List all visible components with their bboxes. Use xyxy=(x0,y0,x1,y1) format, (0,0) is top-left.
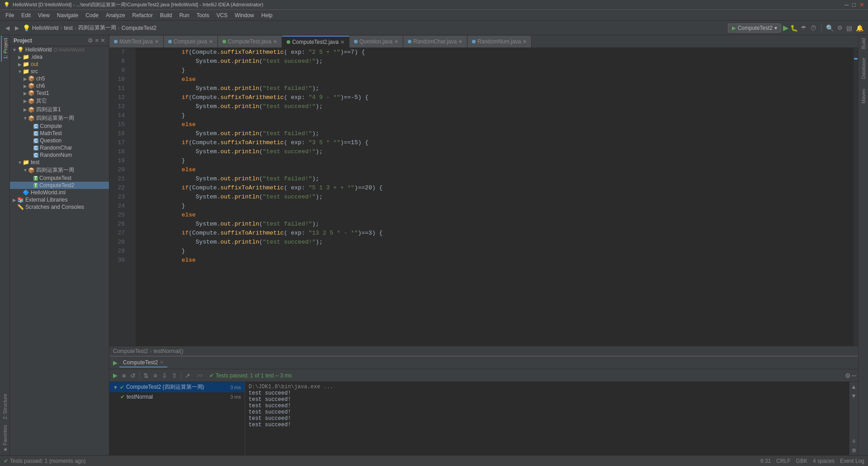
maven-tool-tab[interactable]: Maven xyxy=(860,86,867,106)
tree-item-compute[interactable]: C Compute xyxy=(10,122,109,130)
tab-question[interactable]: Question.java ✕ xyxy=(349,36,403,47)
menu-run[interactable]: Run xyxy=(176,11,193,19)
tree-item-test1[interactable]: ▶ 📦 Test1 xyxy=(10,89,109,97)
run-sort-button[interactable]: ⇅ xyxy=(142,371,151,380)
tree-item-szsys1[interactable]: ▶ 📦 四则运算1 xyxy=(10,105,109,114)
project-collapse-button[interactable]: ≡ xyxy=(95,37,99,44)
menu-help[interactable]: Help xyxy=(258,11,276,19)
tab-computetest-close[interactable]: ✕ xyxy=(273,39,277,45)
tree-item-test-pkg[interactable]: ▼ 📦 四则运算第一周 xyxy=(10,166,109,174)
project-tool-tab[interactable]: 1: Project xyxy=(1,35,9,61)
run-tab-computetest2[interactable]: ComputeTest2 ✕ xyxy=(119,358,167,367)
back-button[interactable]: ◀ xyxy=(4,24,11,32)
breadcrumb-project[interactable]: HelloWorld xyxy=(32,25,58,31)
tree-item-other[interactable]: ▶ 📦 其它 xyxy=(10,97,109,105)
menu-build[interactable]: Build xyxy=(156,11,176,19)
tab-computetest2[interactable]: ComputeTest2.java ✕ xyxy=(282,36,349,47)
run-stop-button[interactable]: ■ xyxy=(120,371,127,380)
tree-item-scratches[interactable]: ✏️ Scratches and Consoles xyxy=(10,203,109,211)
tree-item-src[interactable]: ▼ 📁 src xyxy=(10,68,109,75)
tree-item-szsys-pkg[interactable]: ▼ 📦 四则运算第一周 xyxy=(10,114,109,122)
tree-item-ch5[interactable]: ▶ 📦 ch5 xyxy=(10,75,109,82)
run-button[interactable]: ▶ xyxy=(783,24,788,32)
run-rerun-button[interactable]: ▶ xyxy=(111,371,119,380)
project-close-button[interactable]: ✕ xyxy=(100,37,105,44)
run-tab-close[interactable]: ✕ xyxy=(160,359,164,365)
status-event-log[interactable]: Event Log xyxy=(840,458,864,464)
search-everywhere-button[interactable]: 🔍 xyxy=(825,24,835,33)
database-tool-tab[interactable]: Database xyxy=(860,55,867,82)
run-export-button[interactable]: ↗ xyxy=(183,371,192,380)
tab-randomchar-close[interactable]: ✕ xyxy=(458,39,462,45)
tab-computetest2-close[interactable]: ✕ xyxy=(340,39,344,45)
tree-item-randomchar[interactable]: C RandomChar xyxy=(10,144,109,151)
menu-refactor[interactable]: Refactor xyxy=(129,11,156,19)
tree-item-helloworld-iml[interactable]: 🔷 HelloWorld.iml xyxy=(10,189,109,196)
maximize-button[interactable]: □ xyxy=(852,1,856,8)
debug-button[interactable]: 🐛 xyxy=(790,24,798,32)
run-settings-button[interactable]: ⚙ xyxy=(845,372,851,379)
status-indent[interactable]: 4 spaces xyxy=(813,458,835,464)
run-item-computetest2[interactable]: ▼ ✔ ComputeTest2 (四则运算第一周) 3 ms xyxy=(109,382,245,392)
run-more-button[interactable]: >> xyxy=(197,372,203,379)
tree-item-external-libraries[interactable]: ▶ 📚 External Libraries xyxy=(10,196,109,203)
code-editor[interactable]: if(Compute.suffixToArithmetic( exp: "2 5… xyxy=(136,48,854,346)
breadcrumb-package[interactable]: 四则运算第一周 xyxy=(78,24,116,32)
tree-item-computetest[interactable]: T ComputeTest xyxy=(10,174,109,182)
tree-item-test-folder[interactable]: ▼ 📁 test xyxy=(10,159,109,166)
tree-item-computetest2[interactable]: T ComputeTest2 xyxy=(10,182,109,189)
notifications-button[interactable]: 🔔 xyxy=(855,24,864,33)
menu-vcs[interactable]: VCS xyxy=(213,11,231,19)
project-settings-button[interactable]: ⚙ xyxy=(88,37,93,44)
tree-item-ch6[interactable]: ▶ 📦 ch6 xyxy=(10,82,109,89)
minimize-button[interactable]: ─ xyxy=(844,1,849,8)
run-with-coverage-button[interactable]: ☂ xyxy=(800,24,807,33)
status-crlf[interactable]: CRLF xyxy=(776,458,790,464)
run-panel-minimize[interactable]: ─ xyxy=(852,372,856,379)
tree-item-question[interactable]: C Question xyxy=(10,137,109,144)
tab-mathtest[interactable]: MathTest.java ✕ xyxy=(109,36,164,47)
menu-tools[interactable]: Tools xyxy=(193,11,213,19)
run-right-align[interactable]: ≡ xyxy=(851,437,856,445)
run-filter-button[interactable]: ⇩ xyxy=(160,371,169,380)
breadcrumb-file[interactable]: ComputeTest2 xyxy=(122,25,156,31)
breadcrumb-test[interactable]: test xyxy=(64,25,72,31)
tree-item-helloworld[interactable]: ▼ 💡 HelloWorld D:\HelloWorld xyxy=(10,46,109,53)
close-button[interactable]: ✕ xyxy=(859,1,864,8)
run-item-testnormal[interactable]: ✔ testNormal 3 ms xyxy=(109,392,245,401)
tree-item-mathtest[interactable]: C MathTest xyxy=(10,130,109,137)
forward-button[interactable]: ▶ xyxy=(13,24,21,32)
tree-item-idea[interactable]: ▶ 📁 .idea xyxy=(10,53,109,61)
tree-item-out[interactable]: ▶ 📁 out xyxy=(10,61,109,68)
menu-analyze[interactable]: Analyze xyxy=(102,11,129,19)
run-config-dropdown[interactable]: ▾ xyxy=(774,25,777,31)
sidebar-toggle-button[interactable]: ▤ xyxy=(845,24,853,33)
structure-tool-tab[interactable]: 2: Structure xyxy=(1,391,9,422)
status-encoding[interactable]: GBK xyxy=(796,458,807,464)
tab-question-close[interactable]: ✕ xyxy=(394,39,398,45)
menu-file[interactable]: File xyxy=(2,11,18,19)
run-config-selector[interactable]: ▶ ComputeTest2 ▾ xyxy=(728,24,781,33)
run-expand-button[interactable]: ⇧ xyxy=(170,371,179,380)
run-right-collapse[interactable]: ≣ xyxy=(851,446,857,454)
favorites-tool-tab[interactable]: ★ Favorites xyxy=(1,422,9,455)
settings-button[interactable]: ⚙ xyxy=(836,24,844,32)
menu-edit[interactable]: Edit xyxy=(18,11,34,19)
profile-button[interactable]: ⏱ xyxy=(809,24,817,33)
menu-window[interactable]: Window xyxy=(231,11,258,19)
run-right-down[interactable]: ▼ xyxy=(850,392,858,400)
run-right-up[interactable]: ▲ xyxy=(850,383,858,391)
tab-compute-close[interactable]: ✕ xyxy=(209,39,213,45)
tab-randomnum[interactable]: RandomNum.java ✕ xyxy=(467,36,532,47)
breadcrumb-method[interactable]: testNormal() xyxy=(153,348,183,354)
tab-mathtest-close[interactable]: ✕ xyxy=(155,39,159,45)
tab-randomchar[interactable]: RandomChar.java ✕ xyxy=(403,36,467,47)
menu-code[interactable]: Code xyxy=(82,11,102,19)
build-tool-tab[interactable]: Build xyxy=(860,35,867,52)
tab-randomnum-close[interactable]: ✕ xyxy=(523,39,527,45)
tab-computetest[interactable]: ComputeTest.java ✕ xyxy=(218,36,282,47)
breadcrumb-class[interactable]: ComputeTest2 xyxy=(113,348,148,354)
menu-navigate[interactable]: Navigate xyxy=(53,11,82,19)
tree-item-randomnum[interactable]: C RandomNum xyxy=(10,151,109,159)
tab-compute[interactable]: Compute.java ✕ xyxy=(164,36,218,47)
